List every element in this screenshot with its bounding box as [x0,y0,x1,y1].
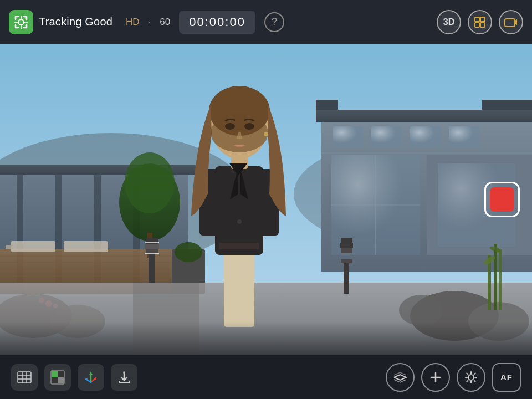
svg-rect-44 [133,283,200,355]
btn-grid-view[interactable] [468,10,492,34]
svg-line-117 [467,380,468,381]
header-bar: Tracking Good HD · 60 00:00:00 ? 3D [0,0,532,44]
svg-rect-30 [64,241,108,252]
help-button[interactable]: ? [264,12,284,32]
svg-rect-90 [18,372,31,383]
btn-3d-label: 3D [443,17,454,27]
layers-icon [393,371,407,383]
svg-point-106 [123,371,125,374]
header-right: 3D [437,10,523,34]
fps-display: 60 [160,17,170,28]
svg-rect-59 [344,260,349,294]
svg-rect-8 [449,126,479,147]
toolbar-left [11,364,137,391]
quality-badge: HD [126,17,140,28]
svg-point-78 [237,219,242,224]
grid-icon [474,16,486,28]
help-icon: ? [272,16,277,28]
svg-line-100 [91,378,96,382]
record-button[interactable] [484,182,520,217]
btn-autofocus[interactable]: AF [492,363,521,392]
separator: · [149,17,151,28]
svg-point-109 [468,375,474,380]
checkerboard-icon [50,370,65,385]
svg-rect-86 [475,23,479,27]
header-center: HD · 60 00:00:00 ? [126,11,284,34]
record-indicator [490,187,514,212]
axis-icon [84,370,98,385]
toolbar: AF [0,355,532,399]
svg-rect-50 [145,253,159,254]
svg-rect-99 [58,377,64,383]
scene-grid-icon [17,370,32,385]
svg-point-76 [264,132,268,136]
btn-import[interactable] [111,364,137,391]
svg-rect-96 [52,371,58,377]
btn-scene-grid[interactable] [11,364,38,391]
tracking-status-label: Tracking Good [39,16,112,28]
camera-icon [504,17,518,28]
svg-point-74 [225,123,235,130]
svg-rect-28 [11,241,55,252]
svg-rect-87 [480,23,485,27]
svg-line-116 [474,373,475,374]
svg-rect-47 [145,244,159,249]
btn-material[interactable] [44,364,71,391]
tracking-icon [9,10,33,34]
exposure-icon [464,371,478,384]
btn-3d[interactable]: 3D [437,10,461,34]
btn-axis[interactable] [78,364,104,391]
af-label: AF [500,372,513,382]
svg-rect-77 [219,243,259,249]
svg-rect-5 [332,126,363,147]
svg-rect-16 [482,100,532,110]
add-icon [429,371,442,383]
app: Tracking Good HD · 60 00:00:00 ? 3D [0,0,532,399]
import-icon [117,370,131,385]
tracking-badge: Tracking Good [9,10,112,34]
svg-rect-4 [316,110,532,122]
svg-point-35 [175,242,202,262]
svg-rect-65 [215,166,263,255]
svg-rect-97 [58,371,64,377]
ar-tracking-icon [13,14,29,30]
svg-rect-88 [505,19,515,27]
btn-exposure[interactable] [457,363,485,392]
svg-rect-55 [494,244,497,310]
svg-rect-63 [341,238,352,243]
svg-rect-56 [499,249,502,310]
svg-rect-62 [341,248,352,253]
btn-add[interactable] [421,363,450,392]
btn-camera[interactable] [499,10,523,34]
svg-point-75 [244,123,254,130]
svg-rect-61 [340,243,353,248]
svg-rect-60 [341,259,352,263]
svg-rect-29 [6,245,13,249]
camera-viewport [0,44,532,355]
btn-layers[interactable] [386,363,415,392]
svg-rect-6 [371,126,402,147]
scene-svg [0,44,532,355]
svg-point-79 [18,19,24,25]
timecode-display: 00:00:00 [179,11,255,34]
svg-rect-98 [52,377,58,383]
svg-marker-103 [89,372,93,375]
svg-line-115 [474,380,475,381]
svg-rect-15 [316,100,338,110]
svg-rect-49 [145,242,159,243]
svg-point-53 [399,295,443,326]
svg-point-32 [125,152,175,213]
toolbar-right: AF [386,363,521,392]
svg-line-114 [467,373,468,374]
svg-rect-85 [480,17,485,22]
svg-rect-84 [475,17,479,22]
svg-rect-7 [410,126,441,147]
